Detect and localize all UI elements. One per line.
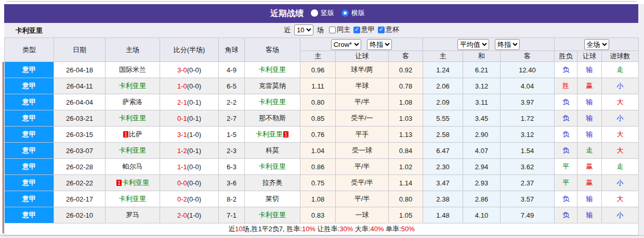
result-goals-cell: 小 [602, 207, 639, 223]
avg-away-cell: 1.54 [501, 143, 555, 159]
red-card-badge: 1 [116, 180, 122, 186]
fulltime-score: 2-1 [177, 98, 187, 106]
filter-checkbox[interactable]: 同主 [329, 25, 350, 34]
filter-checkbox[interactable]: 意杯 [378, 25, 399, 34]
league-cell: 意甲 [5, 207, 54, 223]
avg-draw-cell: 4.10 [463, 207, 501, 223]
halftime-score: (0-0) [187, 66, 201, 74]
result-goals-cell: 大 [602, 191, 639, 207]
handicap-line-cell: 平/半 [336, 159, 389, 175]
result-goals-cell: 走 [602, 159, 639, 175]
league-cell: 意甲 [5, 110, 54, 127]
result-wdl-cell: 负 [555, 62, 577, 78]
away-team-cell: 卡利亚里 [245, 94, 300, 110]
away-team-cell: 那不勒斯 [245, 110, 300, 127]
avg-final-select[interactable]: 终指 [495, 39, 520, 50]
radio-label: 横版 [351, 8, 365, 18]
sub-header-odds-home: 主 [300, 51, 336, 62]
radio-icon[interactable] [341, 9, 349, 17]
checkbox-icon[interactable] [353, 27, 360, 33]
result-wdl-cell: 负 [555, 191, 577, 207]
score-cell: 0-2(0-0) [160, 191, 219, 207]
date-cell: 26-03-07 [54, 143, 106, 159]
avg-home-cell: 6.47 [423, 143, 463, 159]
score-cell: 3-0(0-0) [160, 62, 219, 78]
league-cell: 意甲 [5, 62, 54, 78]
odds-home-cell: 0.80 [300, 94, 336, 110]
checkbox-icon[interactable] [329, 27, 336, 33]
odds-away-cell: 1.08 [389, 94, 423, 110]
league-cell: 意甲 [5, 191, 54, 207]
result-goals-cell: 大 [602, 143, 639, 159]
home-team-name: 罗马 [126, 211, 139, 219]
table-row: 意甲 26-02-28 帕尔马 1-1(0-0) 6-3 卡利亚里 0.86 平… [5, 159, 639, 175]
filter-checkbox[interactable]: 意甲 [353, 25, 375, 34]
avg-home-cell: 1.48 [423, 207, 463, 223]
fulltime-select[interactable]: 全场 [584, 39, 609, 50]
away-team-cell: 卡利亚里 [245, 159, 300, 175]
odds-final-select[interactable]: 终指 [367, 39, 392, 50]
handicap-line-cell: 球半/两 [336, 62, 389, 78]
halftime-score: (0-0) [187, 195, 201, 203]
result-goals-cell: 小 [602, 175, 639, 191]
home-team-cell: 1卡利亚里 [106, 175, 160, 191]
score-cell: 3-1(1-0) [160, 127, 219, 143]
radio-icon[interactable] [311, 9, 318, 17]
match-count-select[interactable]: 10 [294, 24, 313, 35]
odds-home-cell: 1.08 [300, 191, 336, 207]
avg-group-header: 平均值 终指 [423, 38, 555, 51]
avg-home-cell: 2.30 [423, 159, 463, 175]
avg-away-cell: 12.40 [501, 62, 555, 78]
odds-home-cell: 1.11 [300, 78, 336, 94]
fulltime-score: 0-2 [177, 195, 187, 203]
away-team-cell: 卡利亚里 [245, 62, 300, 78]
table-row: 意甲 26-02-22 1卡利亚里 0-0(0-0) 3-6 拉齐奥 0.75 … [5, 175, 639, 191]
away-team-name: 拉齐奥 [262, 179, 283, 186]
table-row: 意甲 26-03-21 卡利亚里 0-1(0-1) 2-7 那不勒斯 0.85 … [5, 110, 639, 127]
handicap-line-cell: 受半/一 [336, 110, 389, 127]
col-header-away: 客场 [245, 38, 300, 62]
date-cell: 26-04-18 [54, 62, 106, 78]
handicap-line-cell: 平/半 [336, 191, 389, 207]
home-team-cell: 萨索洛 [106, 94, 160, 110]
away-team-cell: 莱切 [245, 191, 300, 207]
result-handicap-cell: 赢 [577, 159, 602, 175]
sub-header-avg-away: 客 [501, 51, 555, 62]
bottom-divider [0, 235, 644, 236]
result-wdl-cell: 平 [555, 175, 577, 191]
score-cell: 0-1(0-1) [160, 110, 219, 127]
summary-segment: 单率: [384, 225, 401, 233]
away-team-name: 卡利亚里 [256, 130, 283, 138]
league-cell: 意甲 [5, 78, 54, 94]
layout-radio-option[interactable]: 竖版 [311, 8, 334, 18]
avg-draw-cell: 2.86 [463, 191, 501, 207]
home-team-cell: 卡利亚里 [106, 143, 160, 159]
avg-away-cell: 3.97 [501, 94, 555, 110]
summary-cell: 近10场,胜1平2负7, 胜率:10% 让胜率:30% 大率:40% 单率:50… [5, 223, 639, 235]
avg-draw-cell: 4.07 [463, 143, 501, 159]
avg-away-cell: 2.37 [501, 175, 555, 191]
fulltime-score: 1-2 [177, 147, 187, 155]
avg-draw-cell: 2.90 [463, 127, 501, 143]
date-cell: 26-04-04 [54, 94, 106, 110]
halftime-score: (0-1) [187, 98, 201, 106]
result-handicap-cell: 输 [577, 207, 602, 223]
recent-results-panel: 近期战绩 竖版横版 卡利亚里 近 10 场 同主意甲意杯 类型 日期 [4, 4, 638, 235]
layout-radio-selected[interactable]: 横版 [341, 8, 365, 18]
fulltime-score: 3-1 [177, 131, 187, 139]
avg-draw-cell: 2.94 [463, 159, 501, 175]
checkbox-icon[interactable] [378, 27, 385, 33]
summary-segment: 大率: [353, 225, 370, 233]
result-handicap-cell: 输 [577, 62, 602, 78]
odds-away-cell: 1.14 [389, 175, 423, 191]
summary-row: 近10场,胜1平2负7, 胜率:10% 让胜率:30% 大率:40% 单率:50… [5, 223, 639, 235]
league-cell: 意甲 [5, 94, 54, 110]
table-row: 意甲 26-02-10 罗马 2-0(1-0) 7-1 卡利亚里 0.83 一球… [5, 207, 639, 223]
odds-away-cell: 1.02 [389, 159, 423, 175]
odds-source-select[interactable]: Crow* [331, 39, 361, 50]
avg-select[interactable]: 平均值 [457, 39, 489, 50]
result-wdl-cell: 负 [555, 94, 577, 110]
titlebar: 近期战绩 竖版横版 [4, 4, 638, 23]
col-header-date: 日期 [54, 38, 106, 62]
halftime-score: (0-1) [187, 115, 201, 122]
